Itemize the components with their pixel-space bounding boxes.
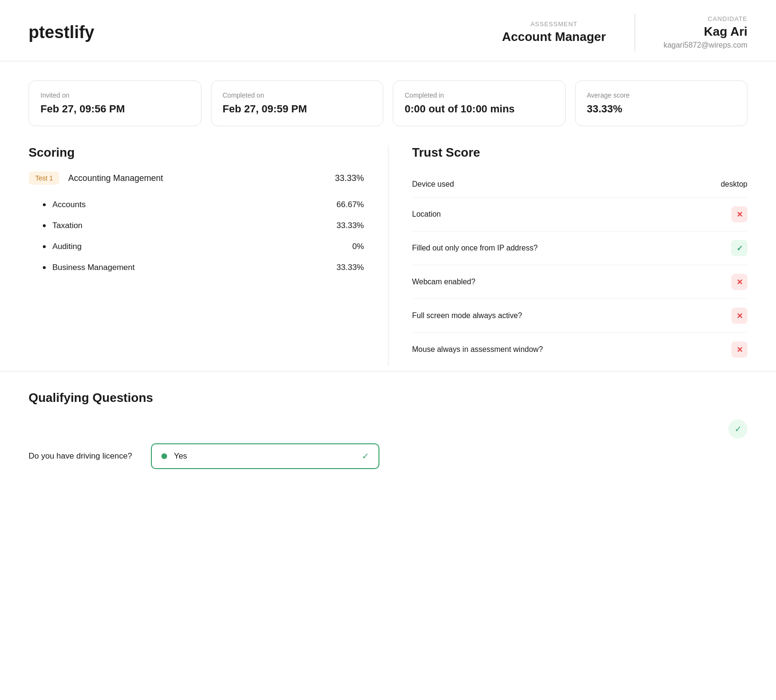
score-item-value: 33.33% xyxy=(337,263,364,272)
trust-badge-red-location: ✕ xyxy=(731,206,747,222)
qualifying-section: Qualifying Questions ✓ Do you have drivi… xyxy=(0,371,776,488)
score-item-name: Business Management xyxy=(52,263,135,272)
stat-value-completed: Feb 27, 09:59 PM xyxy=(223,103,372,115)
trust-badge-red-fullscreen: ✕ xyxy=(731,308,747,324)
score-item-taxation: Taxation 33.33% xyxy=(29,215,364,236)
logo: ptestlify xyxy=(29,22,502,42)
trust-badge-red-webcam: ✕ xyxy=(731,274,747,290)
stat-label-duration: Completed in xyxy=(405,91,554,99)
trust-title: Trust Score xyxy=(412,145,748,160)
stat-label-invited: Invited on xyxy=(40,91,189,99)
candidate-name: Kag Ari xyxy=(664,24,747,39)
score-item-name: Taxation xyxy=(52,221,82,230)
stat-value-invited: Feb 27, 09:56 PM xyxy=(40,103,189,115)
trust-badge-red-mouse: ✕ xyxy=(731,341,747,358)
score-item-value: 0% xyxy=(352,242,364,251)
candidate-label: CANDIDATE xyxy=(664,15,747,22)
question-text: Do you have driving licence? xyxy=(29,451,132,461)
stat-value-score: 33.33% xyxy=(587,103,736,115)
stat-card-invited: Invited on Feb 27, 09:56 PM xyxy=(29,80,201,126)
stat-label-score: Average score xyxy=(587,91,736,99)
stat-card-score: Average score 33.33% xyxy=(575,80,748,126)
stats-row: Invited on Feb 27, 09:56 PM Completed on… xyxy=(0,61,776,140)
score-item-name: Auditing xyxy=(52,242,81,251)
trust-row-mouse: Mouse always in assessment window? ✕ xyxy=(412,333,748,366)
bullet-icon xyxy=(43,266,46,269)
bullet-icon xyxy=(43,203,46,206)
trust-badge-green-ip: ✓ xyxy=(731,240,747,256)
trust-label: Filled out only once from IP address? xyxy=(412,244,538,252)
answer-dot-icon xyxy=(161,453,167,459)
score-item-business: Business Management 33.33% xyxy=(29,257,364,278)
assessment-name: Account Manager xyxy=(502,30,606,44)
bullet-icon xyxy=(43,245,46,248)
trust-label: Device used xyxy=(412,180,454,189)
scoring-section: Scoring Test 1 Accounting Management 33.… xyxy=(29,145,388,366)
score-item-auditing: Auditing 0% xyxy=(29,236,364,257)
answer-box: Yes ✓ xyxy=(151,443,379,469)
candidate-email: kagari5872@wireps.com xyxy=(664,41,747,50)
trust-label: Webcam enabled? xyxy=(412,278,476,286)
qualifying-check-icon: ✓ xyxy=(728,420,747,439)
trust-row-fullscreen: Full screen mode always active? ✕ xyxy=(412,299,748,333)
stat-card-completed: Completed on Feb 27, 09:59 PM xyxy=(211,80,384,126)
score-item-name: Accounts xyxy=(52,200,86,210)
qualifying-title: Qualifying Questions xyxy=(29,390,747,405)
header-divider xyxy=(635,13,635,51)
trust-label: Full screen mode always active? xyxy=(412,311,522,320)
question-row: Do you have driving licence? Yes ✓ xyxy=(29,443,747,469)
trust-value-device: desktop xyxy=(721,180,747,189)
check-top: ✓ xyxy=(29,420,747,439)
stat-card-duration: Completed in 0:00 out of 10:00 mins xyxy=(393,80,566,126)
assessment-info: ASSESSMENT Account Manager xyxy=(502,20,635,44)
test-score: 33.33% xyxy=(335,173,364,183)
bullet-icon xyxy=(43,224,46,227)
score-item-value: 66.67% xyxy=(337,200,364,210)
test-name: Accounting Management xyxy=(68,173,163,183)
score-item-value: 33.33% xyxy=(337,221,364,230)
stat-label-completed: Completed on xyxy=(223,91,372,99)
scoring-title: Scoring xyxy=(29,145,364,160)
stat-value-duration: 0:00 out of 10:00 mins xyxy=(405,103,554,115)
trust-section: Trust Score Device used desktop Location… xyxy=(388,145,748,366)
test-badge: Test 1 xyxy=(29,171,60,185)
answer-text: Yes xyxy=(174,451,355,461)
trust-row-webcam: Webcam enabled? ✕ xyxy=(412,265,748,299)
trust-row-device: Device used desktop xyxy=(412,171,748,198)
trust-label: Mouse always in assessment window? xyxy=(412,345,543,354)
candidate-info: CANDIDATE Kag Ari kagari5872@wireps.com xyxy=(664,15,747,50)
score-item-accounts: Accounts 66.67% xyxy=(29,194,364,215)
test-header: Test 1 Accounting Management 33.33% xyxy=(29,171,364,185)
trust-row-location: Location ✕ xyxy=(412,198,748,231)
header: ptestlify ASSESSMENT Account Manager CAN… xyxy=(0,0,776,61)
trust-row-ip: Filled out only once from IP address? ✓ xyxy=(412,231,748,265)
trust-label: Location xyxy=(412,210,441,219)
main-content: Scoring Test 1 Accounting Management 33.… xyxy=(0,140,776,371)
answer-check-icon: ✓ xyxy=(362,451,369,461)
assessment-label: ASSESSMENT xyxy=(502,20,606,28)
